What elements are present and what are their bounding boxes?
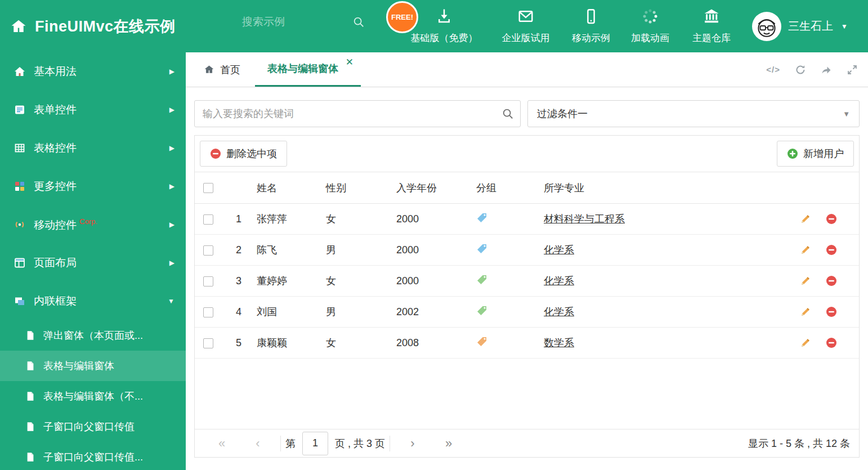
cell-major-link[interactable]: 化学系	[544, 306, 574, 317]
row-checkbox[interactable]	[203, 338, 213, 348]
top-search-input[interactable]	[242, 16, 338, 28]
prev-page-button[interactable]: ‹	[240, 437, 276, 450]
nav-loading-animation[interactable]: 加载动画	[621, 6, 679, 48]
cell-major: 化学系	[535, 297, 793, 328]
tab-home[interactable]: 首页	[195, 52, 249, 87]
source-code-icon[interactable]: </>	[766, 65, 780, 74]
record-summary: 显示 1 - 5 条 , 共 12 条	[748, 437, 850, 450]
row-number: 5	[223, 328, 248, 359]
tab-grid-edit-window[interactable]: 表格与编辑窗体 ✕	[255, 52, 361, 87]
row-number: 2	[223, 235, 248, 266]
delete-selected-button[interactable]: 删除选中项	[200, 141, 287, 167]
sidebar-item-iframe[interactable]: 内联框架 ▼	[0, 282, 186, 320]
sidebar-subitem-grid-edit-window[interactable]: 表格与编辑窗体	[0, 351, 186, 381]
refresh-icon[interactable]	[795, 64, 806, 75]
sidebar-subitem-label: 子窗口向父窗口传值	[43, 420, 135, 433]
expand-icon[interactable]	[847, 64, 858, 75]
column-header-major[interactable]: 所学专业	[535, 172, 793, 204]
sidebar-item-label: 移动控件Corp.	[34, 217, 169, 232]
search-icon[interactable]	[352, 16, 365, 28]
nav-mobile-demo[interactable]: 移动示例	[562, 6, 620, 48]
edit-icon[interactable]	[800, 306, 811, 317]
sidebar-item-basic-usage[interactable]: 基本用法 ▶	[0, 52, 186, 91]
sidebar-item-label: 基本用法	[34, 64, 169, 79]
add-user-button[interactable]: 新增用户	[777, 141, 854, 167]
add-user-label: 新增用户	[803, 147, 844, 160]
chevron-right-icon: ▶	[169, 68, 175, 75]
row-checkbox[interactable]	[203, 214, 213, 225]
table-body: 1 张萍萍 女 2000 材料科学与工程系 2 陈飞 男 2000	[195, 204, 859, 359]
file-icon	[25, 422, 35, 432]
nav-label: 加载动画	[631, 32, 669, 44]
sidebar-item-page-layout[interactable]: 页面布局 ▶	[0, 244, 186, 282]
sidebar-item-label: 表单控件	[34, 102, 169, 117]
user-menu[interactable]: 三生石上 ▼	[752, 0, 848, 52]
column-header-gender[interactable]: 性别	[317, 172, 388, 204]
row-checkbox[interactable]	[203, 307, 213, 317]
column-header-group[interactable]: 分组	[468, 172, 535, 204]
nav-theme-store[interactable]: 主题仓库	[680, 6, 743, 48]
tag-icon[interactable]	[476, 336, 487, 347]
tab-label: 首页	[220, 63, 240, 77]
close-icon[interactable]: ✕	[346, 57, 354, 67]
share-icon[interactable]	[821, 64, 832, 75]
cell-gender: 女	[317, 204, 388, 235]
corp-badge: Corp.	[79, 217, 97, 226]
chevron-right-icon: ▶	[169, 182, 175, 190]
tag-icon[interactable]	[476, 212, 487, 223]
table-row: 3 董婷婷 女 2000 化学系	[195, 266, 859, 297]
select-all-checkbox[interactable]	[203, 183, 213, 193]
column-header-name[interactable]: 姓名	[248, 172, 317, 204]
edit-icon[interactable]	[800, 337, 811, 348]
tag-icon[interactable]	[476, 305, 487, 316]
cell-major-link[interactable]: 数学系	[544, 337, 574, 348]
search-icon[interactable]	[502, 108, 514, 120]
top-search	[242, 16, 365, 28]
cell-gender: 男	[317, 297, 388, 328]
cell-year: 2002	[388, 297, 468, 328]
data-grid: 姓名 性别 入学年份 分组 所学专业 1 张萍萍 女 2000 材料科学与工程系	[195, 172, 859, 359]
page-number-input[interactable]	[302, 432, 328, 455]
sidebar-item-form-controls[interactable]: 表单控件 ▶	[0, 91, 186, 129]
row-checkbox[interactable]	[203, 276, 213, 287]
delete-icon[interactable]	[826, 337, 837, 348]
layout-icon	[12, 257, 27, 268]
sidebar-subitem-popup-window[interactable]: 弹出窗体（本页面或...	[0, 320, 186, 351]
tag-icon[interactable]	[476, 274, 487, 285]
broadcast-icon	[12, 219, 27, 230]
home-icon[interactable]	[10, 18, 27, 35]
next-page-button[interactable]: ›	[395, 437, 431, 450]
cell-year: 2000	[388, 235, 468, 266]
edit-icon[interactable]	[800, 244, 811, 256]
delete-icon[interactable]	[826, 275, 837, 287]
tab-label: 表格与编辑窗体	[267, 62, 338, 75]
nav-enterprise-trial[interactable]: 企业版试用	[494, 6, 557, 48]
sidebar-subitem-child-to-parent[interactable]: 子窗口向父窗口传值	[0, 411, 186, 442]
first-page-button[interactable]: «	[204, 437, 240, 450]
filter-dropdown[interactable]: 过滤条件一 ▼	[527, 100, 860, 127]
last-page-button[interactable]: »	[431, 437, 467, 450]
edit-icon[interactable]	[800, 213, 811, 225]
keyword-search-input[interactable]	[194, 100, 521, 127]
delete-icon[interactable]	[826, 306, 837, 317]
cell-major-link[interactable]: 化学系	[544, 275, 574, 287]
sidebar-item-more-controls[interactable]: 更多控件 ▶	[0, 167, 186, 205]
column-header-year[interactable]: 入学年份	[388, 172, 468, 204]
sidebar-subitem-child-to-parent-2[interactable]: 子窗口向父窗口传值...	[0, 442, 186, 470]
nav-label: 主题仓库	[692, 32, 731, 44]
cell-major: 数学系	[535, 328, 793, 359]
filter-dropdown-value: 过滤条件一	[537, 107, 588, 120]
row-checkbox[interactable]	[203, 245, 213, 256]
tag-icon[interactable]	[476, 243, 487, 254]
app-title: FineUIMvc在线示例	[35, 16, 176, 37]
chevron-right-icon: ▶	[169, 106, 175, 114]
edit-icon[interactable]	[800, 275, 811, 287]
sidebar-item-grid-controls[interactable]: 表格控件 ▶	[0, 129, 186, 167]
cell-major-link[interactable]: 材料科学与工程系	[544, 213, 625, 225]
delete-icon[interactable]	[826, 213, 837, 225]
sidebar-item-mobile-controls[interactable]: 移动控件Corp. ▶	[0, 205, 186, 244]
cell-major-link[interactable]: 化学系	[544, 244, 574, 256]
grid-panel: 删除选中项 新增用户 姓名	[194, 135, 860, 458]
sidebar-subitem-grid-edit-window-2[interactable]: 表格与编辑窗体（不...	[0, 381, 186, 411]
delete-icon[interactable]	[826, 244, 837, 256]
